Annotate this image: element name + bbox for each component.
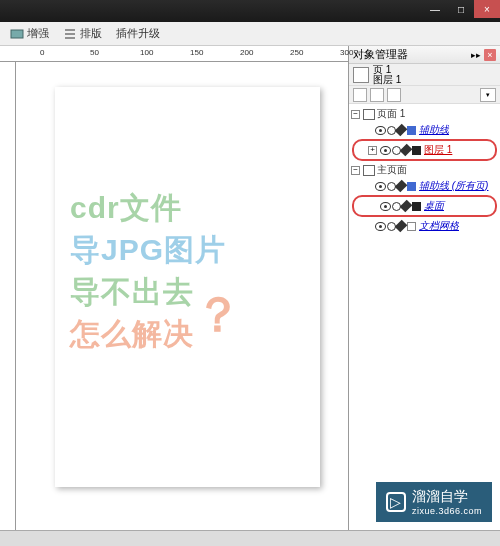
ruler-tick: 100 <box>140 48 153 57</box>
highlight-annotation-2: 桌面 <box>352 195 497 217</box>
page-content: cdr文件 导JPG图片 导不出去 怎么解决 ？ <box>55 87 320 355</box>
main-toolbar: 增强 排版 插件升级 <box>0 22 500 46</box>
panel-tool-2[interactable] <box>370 88 384 102</box>
tree-guide-all[interactable]: 辅助线 (所有页) <box>349 178 500 194</box>
watermark: ▷ 溜溜自学 zixue.3d66.com <box>376 482 492 522</box>
tree-label: 页面 1 <box>377 107 405 121</box>
edit-icon[interactable] <box>400 200 413 213</box>
edit-icon[interactable] <box>395 124 408 137</box>
layer-color-icon <box>407 222 416 231</box>
page-icon <box>363 109 375 120</box>
tree-label: 文档网格 <box>419 219 459 233</box>
tree-label: 桌面 <box>424 199 444 213</box>
highlight-annotation-1: + 图层 1 <box>352 139 497 161</box>
visibility-icon[interactable] <box>375 126 386 135</box>
watermark-sub: zixue.3d66.com <box>412 506 482 516</box>
visibility-icon[interactable] <box>375 182 386 191</box>
edit-icon[interactable] <box>400 144 413 157</box>
document-icon <box>353 67 369 83</box>
watermark-main: 溜溜自学 <box>412 488 468 504</box>
panel-menu-icon[interactable]: ▸▸ <box>470 49 482 61</box>
svg-rect-0 <box>11 30 23 38</box>
visibility-icon[interactable] <box>375 222 386 231</box>
panel-close-icon[interactable]: × <box>484 49 496 61</box>
window-titlebar: — □ × <box>0 0 500 22</box>
layer-color-icon <box>407 182 416 191</box>
status-bar <box>0 530 500 546</box>
canvas-area[interactable]: cdr文件 导JPG图片 导不出去 怎么解决 ？ <box>0 62 348 546</box>
visibility-icon[interactable] <box>380 202 391 211</box>
panel-subheader: 页 1 图层 1 <box>349 64 500 86</box>
text-line-3: 导不出去 <box>70 271 194 313</box>
tree-master[interactable]: − 主页面 <box>349 162 500 178</box>
vertical-ruler[interactable] <box>0 62 16 546</box>
text-line-1: cdr文件 <box>70 187 305 229</box>
text-line-2: 导JPG图片 <box>70 229 305 271</box>
minimize-button[interactable]: — <box>422 0 448 18</box>
toolbar-layout-label: 排版 <box>80 26 102 41</box>
toolbar-plugin[interactable]: 插件升级 <box>110 24 166 43</box>
panel-tool-3[interactable] <box>387 88 401 102</box>
tree-layer1[interactable]: + 图层 1 <box>354 142 495 158</box>
maximize-button[interactable]: □ <box>448 0 474 18</box>
visibility-icon[interactable] <box>380 146 391 155</box>
current-layer-label: 图层 1 <box>373 75 401 85</box>
layer-color-icon <box>412 146 421 155</box>
toolbar-layout[interactable]: 排版 <box>57 24 108 43</box>
panel-tool-1[interactable] <box>353 88 367 102</box>
object-manager-panel: 对象管理器 ▸▸ × 页 1 图层 1 ▾ − <box>348 46 500 546</box>
ruler-tick: 50 <box>90 48 99 57</box>
object-tree[interactable]: − 页面 1 辅助线 + 图层 1 <box>349 104 500 546</box>
panel-toolbar: ▾ <box>349 86 500 104</box>
tree-label: 辅助线 (所有页) <box>419 179 488 193</box>
current-page-label: 页 1 <box>373 65 401 75</box>
expand-icon[interactable]: − <box>351 110 360 119</box>
toolbar-enhance[interactable]: 增强 <box>4 24 55 43</box>
layer-color-icon <box>407 126 416 135</box>
layer-color-icon <box>412 202 421 211</box>
document-page[interactable]: cdr文件 导JPG图片 导不出去 怎么解决 ？ <box>55 87 320 487</box>
layout-icon <box>63 27 77 41</box>
ruler-tick: 0 <box>40 48 44 57</box>
tree-desktop[interactable]: 桌面 <box>354 198 495 214</box>
text-line-4: 怎么解决 <box>70 313 194 355</box>
question-mark: ？ <box>194 283 242 347</box>
ruler-tick: 250 <box>290 48 303 57</box>
workspace: 0 50 100 150 200 250 300 cdr文件 导JPG图片 导不… <box>0 46 348 546</box>
page-icon <box>363 165 375 176</box>
tree-docgrid[interactable]: 文档网格 <box>349 218 500 234</box>
toolbar-plugin-label: 插件升级 <box>116 26 160 41</box>
ruler-tick: 150 <box>190 48 203 57</box>
ruler-tick: 300 <box>340 48 353 57</box>
close-button[interactable]: × <box>474 0 500 18</box>
panel-tool-dropdown[interactable]: ▾ <box>480 88 496 102</box>
tree-label: 辅助线 <box>419 123 449 137</box>
toolbar-enhance-label: 增强 <box>27 26 49 41</box>
edit-icon[interactable] <box>395 180 408 193</box>
tree-guide[interactable]: 辅助线 <box>349 122 500 138</box>
tree-label: 图层 1 <box>424 143 452 157</box>
play-icon: ▷ <box>386 492 406 512</box>
main-area: 0 50 100 150 200 250 300 cdr文件 导JPG图片 导不… <box>0 46 500 546</box>
expand-icon[interactable]: − <box>351 166 360 175</box>
tree-page1[interactable]: − 页面 1 <box>349 106 500 122</box>
edit-icon[interactable] <box>395 220 408 233</box>
horizontal-ruler[interactable]: 0 50 100 150 200 250 300 <box>0 46 348 62</box>
tree-label: 主页面 <box>377 163 407 177</box>
enhance-icon <box>10 27 24 41</box>
expand-icon[interactable]: + <box>368 146 377 155</box>
panel-title: 对象管理器 <box>353 47 408 62</box>
panel-header[interactable]: 对象管理器 ▸▸ × <box>349 46 500 64</box>
ruler-tick: 200 <box>240 48 253 57</box>
